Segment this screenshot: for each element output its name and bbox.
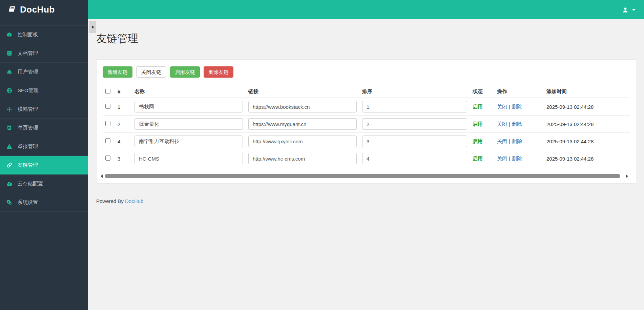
name-input[interactable] xyxy=(134,136,243,147)
row-checkbox[interactable] xyxy=(105,156,110,161)
sidebar-item-users[interactable]: 用户管理 xyxy=(0,63,88,81)
close-action-link[interactable]: 关闭 xyxy=(497,156,507,161)
page-title: 友链管理 xyxy=(96,32,644,46)
scrollbar-thumb[interactable] xyxy=(105,174,620,178)
delete-action-link[interactable]: 删除 xyxy=(512,121,522,127)
sidebar-item-label: 文档管理 xyxy=(18,50,38,57)
sidebar-item-banners[interactable]: 横幅管理 xyxy=(0,100,88,119)
sidebar-item-settings[interactable]: 系统设置 xyxy=(0,193,88,212)
close-action-link[interactable]: 关闭 xyxy=(497,121,507,127)
name-input[interactable] xyxy=(134,118,243,130)
sort-input[interactable] xyxy=(362,153,467,164)
close-action-link[interactable]: 关闭 xyxy=(497,104,507,109)
sidebar-item-friendlinks[interactable]: 友链管理 xyxy=(0,156,88,174)
status-badge: 启用 xyxy=(473,156,483,161)
url-input[interactable] xyxy=(248,153,357,164)
sidebar-item-label: 控制面板 xyxy=(18,32,38,38)
header-name: 名称 xyxy=(132,86,246,98)
sort-input[interactable] xyxy=(362,136,467,147)
scroll-right-arrow-icon[interactable] xyxy=(626,174,628,178)
scroll-left-arrow-icon[interactable] xyxy=(101,174,103,178)
row-checkbox[interactable] xyxy=(105,104,110,109)
dashboard-icon xyxy=(6,32,12,38)
header-id: # xyxy=(115,86,132,98)
row-id: 4 xyxy=(115,133,132,150)
link-icon xyxy=(6,162,12,168)
sidebar-item-label: 系统设置 xyxy=(18,199,38,206)
url-input[interactable] xyxy=(248,136,357,147)
friendlinks-card: 新增友链 关闭友链 启用友链 删除友链 # 名称 链接 排序 状态 操作 添加时… xyxy=(96,59,636,183)
banner-move-icon xyxy=(6,106,12,112)
row-checkbox[interactable] xyxy=(105,121,110,126)
table-header-row: # 名称 链接 排序 状态 操作 添加时间 xyxy=(103,86,630,98)
header-sort: 排序 xyxy=(359,86,470,98)
header-url: 链接 xyxy=(246,86,359,98)
name-input[interactable] xyxy=(134,153,243,164)
select-all-checkbox[interactable] xyxy=(105,89,110,94)
sidebar-item-reports[interactable]: 举报管理 xyxy=(0,137,88,156)
sidebar-item-dashboard[interactable]: 控制面板 xyxy=(0,25,88,44)
header-action: 操作 xyxy=(494,86,544,98)
table-row: 2 启用 关闭|删除 2025-09-13 02:44:28 xyxy=(103,116,630,133)
action-separator: | xyxy=(509,138,510,144)
toolbar: 新增友链 关闭友链 启用友链 删除友链 xyxy=(103,66,630,78)
sort-input[interactable] xyxy=(362,118,467,130)
add-link-button[interactable]: 新增友链 xyxy=(103,66,132,78)
row-checkbox[interactable] xyxy=(105,138,110,143)
brand[interactable]: DocHub xyxy=(0,0,88,19)
sidebar-item-label: 横幅管理 xyxy=(18,106,38,112)
created-time: 2025-09-13 02:44:28 xyxy=(544,150,630,167)
sidebar-collapse-button[interactable] xyxy=(89,21,96,33)
name-input[interactable] xyxy=(134,101,243,112)
table-row: 4 启用 关闭|删除 2025-09-13 02:44:28 xyxy=(103,133,630,150)
sidebar-item-label: 用户管理 xyxy=(18,69,38,75)
friendlinks-table: # 名称 链接 排序 状态 操作 添加时间 1 启用 xyxy=(103,86,630,167)
sidebar-item-documents[interactable]: 文档管理 xyxy=(0,44,88,63)
status-badge: 启用 xyxy=(473,121,483,127)
created-time: 2025-09-13 02:44:28 xyxy=(544,116,630,133)
book-icon xyxy=(7,5,16,14)
delete-action-link[interactable]: 删除 xyxy=(512,156,522,161)
url-input[interactable] xyxy=(248,101,357,112)
header-created: 添加时间 xyxy=(544,86,630,98)
users-icon xyxy=(6,69,12,75)
table-row: 3 启用 关闭|删除 2025-09-13 02:44:28 xyxy=(103,150,630,167)
header-status: 状态 xyxy=(470,86,494,98)
row-id: 3 xyxy=(115,150,132,167)
user-menu[interactable] xyxy=(623,0,636,19)
caret-down-icon xyxy=(632,9,636,11)
sidebar: DocHub 控制面板 文档管理 用户管理 SEO管理 横幅管理 单页管理 xyxy=(0,0,88,310)
horizontal-scrollbar xyxy=(97,174,636,178)
status-badge: 启用 xyxy=(473,138,483,144)
sidebar-item-seo[interactable]: SEO管理 xyxy=(0,81,88,100)
sidebar-item-label: SEO管理 xyxy=(18,87,39,94)
action-separator: | xyxy=(509,156,510,161)
warning-icon xyxy=(6,144,12,149)
created-time: 2025-09-13 02:44:28 xyxy=(544,98,630,116)
brand-name: DocHub xyxy=(20,4,55,15)
enable-link-button[interactable]: 启用友链 xyxy=(170,66,200,78)
delete-action-link[interactable]: 删除 xyxy=(512,138,522,144)
delete-link-button[interactable]: 删除友链 xyxy=(204,66,233,78)
footer-dochub-link[interactable]: DocHub xyxy=(125,198,143,204)
sidebar-item-label: 举报管理 xyxy=(18,143,38,150)
sidebar-item-pages[interactable]: 单页管理 xyxy=(0,119,88,137)
close-link-button[interactable]: 关闭友链 xyxy=(136,66,166,78)
sidebar-item-label: 云存储配置 xyxy=(18,181,43,187)
close-action-link[interactable]: 关闭 xyxy=(497,138,507,144)
main-content: 友链管理 新增友链 关闭友链 启用友链 删除友链 # 名称 链接 排序 状态 xyxy=(88,19,644,310)
sidebar-item-label: 友链管理 xyxy=(18,162,38,168)
topbar xyxy=(88,0,644,19)
sort-input[interactable] xyxy=(362,101,467,112)
created-time: 2025-09-13 02:44:28 xyxy=(544,133,630,150)
action-separator: | xyxy=(509,104,510,109)
table-row: 1 启用 关闭|删除 2025-09-13 02:44:28 xyxy=(103,98,630,116)
sidebar-item-label: 单页管理 xyxy=(18,125,38,131)
chevron-right-icon xyxy=(92,25,94,29)
url-input[interactable] xyxy=(248,118,357,130)
row-id: 2 xyxy=(115,116,132,133)
delete-action-link[interactable]: 删除 xyxy=(512,104,522,109)
user-icon xyxy=(623,7,628,13)
book-icon xyxy=(6,50,12,56)
sidebar-item-cloud-storage[interactable]: 云存储配置 xyxy=(0,174,88,193)
